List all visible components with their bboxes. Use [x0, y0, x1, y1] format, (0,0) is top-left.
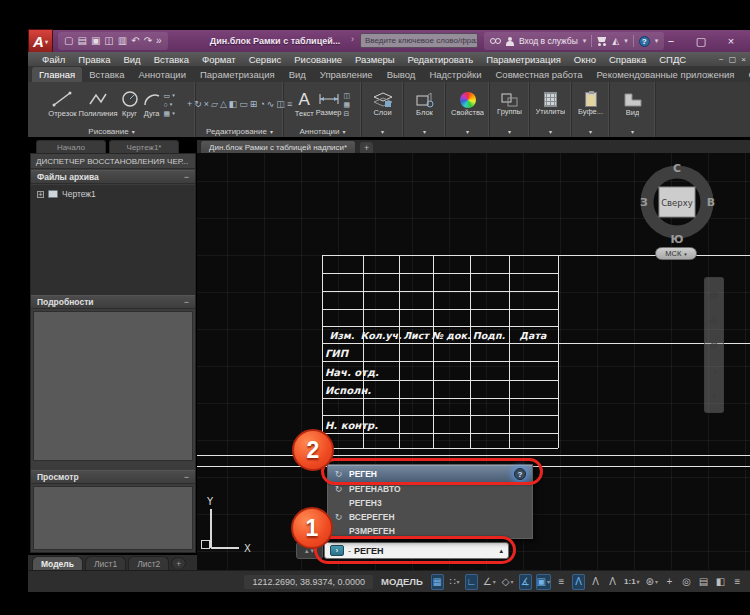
- viewcube-south[interactable]: Ю: [671, 233, 684, 246]
- a360-dd-icon[interactable]: ▾: [624, 37, 628, 45]
- open-icon[interactable]: ▤: [77, 36, 86, 46]
- signin-label[interactable]: Вход в службы: [519, 36, 578, 46]
- navigation-bar[interactable]: ◍ ✣ ⊕ ◔ ▾: [704, 277, 724, 413]
- suggestion-vseregen[interactable]: ↻ ВСЕРЕГЕН: [328, 510, 532, 524]
- expand-icon[interactable]: +: [37, 191, 44, 198]
- redo-icon[interactable]: ↷: [144, 36, 152, 46]
- annotate-extra-tools[interactable]: ◫ ▦ ⊟: [344, 92, 351, 117]
- search-icon[interactable]: [490, 38, 501, 44]
- panel-properties[interactable]: Свойства ▾: [446, 82, 490, 137]
- section-preview[interactable]: Просмотр−: [31, 470, 195, 484]
- appstore-icon[interactable]: [597, 37, 607, 45]
- lineweight-toggle[interactable]: ≡: [555, 574, 568, 590]
- isodraft-toggle[interactable]: ◇▾: [501, 574, 515, 590]
- ribbon-tab-annotate[interactable]: Аннотации: [131, 67, 193, 82]
- collapse-icon[interactable]: −: [184, 297, 189, 307]
- menu-file[interactable]: Файл: [42, 54, 65, 65]
- nav-more-icon[interactable]: ▾: [712, 393, 716, 400]
- collapse-icon[interactable]: −: [184, 472, 189, 482]
- saveas-icon[interactable]: ◫: [104, 36, 113, 46]
- ribbon-tab-view[interactable]: Вид: [282, 67, 313, 82]
- ribbon-tab-insert[interactable]: Вставка: [82, 67, 131, 82]
- close-button[interactable]: ×: [716, 30, 746, 52]
- ribbon-tab-home[interactable]: Главная: [32, 67, 82, 82]
- snap-toggle[interactable]: ∷▾: [448, 574, 461, 590]
- workspace-switch-button[interactable]: ⊛▾: [645, 574, 659, 590]
- signin-dd-icon[interactable]: ▾: [583, 37, 587, 45]
- navwheel-icon[interactable]: ◍: [710, 290, 719, 300]
- panel-view[interactable]: Вид ▾: [610, 82, 656, 137]
- menu-view[interactable]: Вид: [123, 54, 140, 65]
- suggestion-regen3[interactable]: РЕГЕН3: [328, 496, 532, 510]
- text-tool[interactable]: A Текст: [295, 91, 314, 118]
- undo-icon[interactable]: ↶: [131, 36, 139, 46]
- tab-start[interactable]: Начало: [36, 140, 106, 153]
- panel-modify-footer[interactable]: Редактирование▾: [196, 125, 283, 137]
- customize-statusbar-button[interactable]: ≡: [731, 574, 744, 590]
- plot-icon[interactable]: ▥: [118, 36, 127, 46]
- tree-item-drawing1[interactable]: + Чертеж1: [31, 185, 195, 199]
- viewcube[interactable]: Сверху С Ю З В: [637, 158, 717, 250]
- section-details[interactable]: Подробности−: [31, 295, 195, 309]
- menu-dimension[interactable]: Размеры: [355, 54, 394, 65]
- modify-tools[interactable]: +↻×▱ △◧▭⊞ ◔∿◫≡: [196, 82, 283, 125]
- doc-restore-button[interactable]: ▢: [729, 55, 737, 64]
- menu-tools[interactable]: Сервис: [249, 54, 282, 65]
- otrack-toggle[interactable]: ∡: [519, 574, 532, 590]
- save-icon[interactable]: ▣: [91, 36, 100, 46]
- tab-drawing1[interactable]: Чертеж1*: [109, 140, 179, 153]
- ortho-toggle[interactable]: ∟: [465, 574, 478, 590]
- menu-insert[interactable]: Вставка: [154, 54, 189, 65]
- arc-tool[interactable]: Дуга: [142, 90, 162, 118]
- clean-screen-button[interactable]: ◧: [714, 574, 727, 590]
- ribbon-tab-output[interactable]: Вывод: [380, 67, 423, 82]
- account-icon[interactable]: [506, 37, 514, 46]
- panel-annotate-footer[interactable]: Аннотации▾: [284, 125, 361, 137]
- document-tab[interactable]: Дин.блок Рамки с таблицей надписи*: [200, 140, 356, 153]
- doc-close-button[interactable]: ×: [741, 55, 746, 64]
- app-logo-icon[interactable]: A▾: [28, 29, 53, 53]
- menu-format[interactable]: Формат: [202, 54, 236, 65]
- ribbon-tab-manage[interactable]: Управление: [313, 67, 380, 82]
- menu-modify[interactable]: Редактировать: [408, 54, 474, 65]
- viewcube-north[interactable]: С: [673, 162, 681, 175]
- draw-extra-tools[interactable]: ▭▾ ○▾ ▦▾: [164, 92, 175, 117]
- layout-tab-list2[interactable]: Лист2: [128, 556, 169, 570]
- ribbon-tab-featured[interactable]: Рекомендованные приложения: [589, 67, 741, 82]
- annotation-scale-button[interactable]: 1:1▾: [623, 574, 641, 590]
- section-archive-files[interactable]: Файлы архива−: [31, 170, 195, 184]
- pan-icon[interactable]: ✣: [710, 316, 718, 326]
- panel-utilities[interactable]: Утилиты ▾: [530, 82, 572, 137]
- menu-help[interactable]: Справка: [609, 54, 646, 65]
- ribbon-tab-collaborate[interactable]: Совместная работа: [489, 67, 590, 82]
- qat-more-icon[interactable]: »: [156, 36, 162, 46]
- menu-parametric[interactable]: Параметризация: [486, 54, 561, 65]
- panel-layers[interactable]: Слои ▾: [362, 82, 404, 137]
- minimize-button[interactable]: −: [656, 30, 686, 52]
- new-icon[interactable]: ▢: [64, 36, 73, 46]
- new-drawing-tab-button[interactable]: +: [360, 142, 373, 153]
- viewcube-east[interactable]: В: [707, 196, 715, 209]
- menu-spds[interactable]: СПДС: [659, 54, 686, 65]
- menu-edit[interactable]: Правка: [78, 54, 110, 65]
- help-search-input[interactable]: Введите ключевое слово/фразу: [360, 33, 478, 48]
- panel-block[interactable]: Блок ▾: [404, 82, 446, 137]
- ribbon-tab-spds[interactable]: СПДС 2019: [741, 67, 750, 82]
- menu-draw[interactable]: Рисование: [294, 54, 342, 65]
- polar-toggle[interactable]: ∠▾: [482, 574, 497, 590]
- wcs-dropdown[interactable]: МСК▾: [655, 247, 697, 260]
- annotation-auto-toggle[interactable]: Λ: [589, 574, 602, 590]
- polyline-tool[interactable]: Полилиния: [79, 90, 118, 118]
- doc-minimize-button[interactable]: −: [719, 55, 724, 64]
- grid-toggle[interactable]: ▦: [431, 574, 444, 590]
- new-layout-button[interactable]: +: [171, 557, 186, 569]
- collapse-icon[interactable]: −: [184, 172, 189, 182]
- orbit-icon[interactable]: ◔: [711, 367, 717, 377]
- osnap-toggle[interactable]: ▣▾: [536, 574, 551, 590]
- menu-window[interactable]: Окно: [574, 54, 596, 65]
- panel-groups[interactable]: Группы ▾: [490, 82, 530, 137]
- isolate-objects-button[interactable]: ◎: [680, 574, 693, 590]
- panel-clipboard[interactable]: Буфе... ▾: [572, 82, 610, 137]
- layout-tab-list1[interactable]: Лист1: [85, 556, 126, 570]
- ribbon-tab-parametric[interactable]: Параметризация: [193, 67, 282, 82]
